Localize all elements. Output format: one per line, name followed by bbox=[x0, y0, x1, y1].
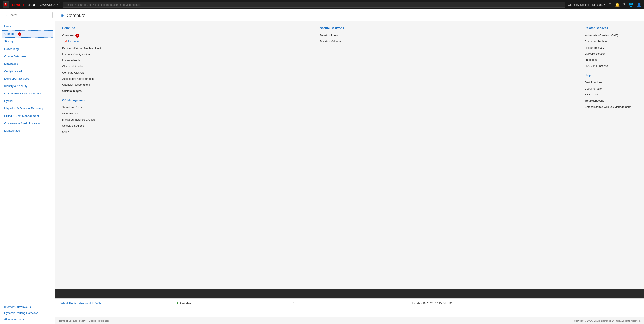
related-services-section: Related services Kubernetes Clusters (OK… bbox=[584, 27, 637, 69]
mega-link-desktop-pools[interactable]: Desktop Pools bbox=[320, 33, 571, 39]
cloud-classic-button[interactable]: Cloud Classic > bbox=[38, 2, 60, 7]
sidebar-item-governance[interactable]: Governance & Administration bbox=[0, 120, 55, 127]
sidebar-item-hybrid[interactable]: Hybrid bbox=[0, 97, 55, 105]
route-table-link[interactable]: Default Route Table for HUB-VCN bbox=[60, 302, 172, 305]
footer-links: Terms of Use and Privacy Cookie Preferen… bbox=[59, 319, 110, 322]
region-label: Germany Central (Frankfurt) bbox=[568, 3, 603, 7]
sidebar-item-home[interactable]: Home bbox=[0, 23, 55, 30]
cookie-link[interactable]: Cookie Preferences bbox=[89, 319, 110, 322]
sidebar: Home Compute 2 Storage Networking Oracle… bbox=[0, 9, 55, 324]
related-help-column: Related services Kubernetes Clusters (OK… bbox=[578, 27, 637, 135]
cloud-text: Cloud bbox=[26, 3, 35, 7]
region-chevron-icon: ▾ bbox=[604, 3, 605, 7]
sidebar-item-billing[interactable]: Billing & Cost Management bbox=[0, 112, 55, 120]
mega-link-software-sources[interactable]: Software Sources bbox=[62, 123, 313, 129]
status-label: Available bbox=[180, 302, 191, 305]
secure-desktops-column: Secure Desktops Desktop Pools Desktop Vo… bbox=[320, 27, 578, 135]
os-management-section: OS Management Scheduled Jobs Work Reques… bbox=[62, 99, 313, 135]
help-icon[interactable]: ? bbox=[623, 3, 625, 7]
mega-link-troubleshooting[interactable]: Troubleshooting bbox=[584, 98, 637, 104]
mega-link-custom-images[interactable]: Custom Images bbox=[62, 88, 313, 94]
mega-link-overview[interactable]: Overview 3 bbox=[62, 33, 313, 39]
mega-link-pre-built-functions[interactable]: Pre-Built Functions bbox=[584, 63, 637, 69]
overview-label: Overview bbox=[62, 34, 74, 37]
sidebar-search-input[interactable] bbox=[2, 12, 52, 18]
mega-link-instance-configurations[interactable]: Instance Configurations bbox=[62, 51, 313, 57]
dark-strip bbox=[55, 289, 644, 298]
sidebar-item-databases[interactable]: Databases bbox=[0, 60, 55, 68]
sidebar-item-attachments[interactable]: Attachments (1) bbox=[0, 316, 55, 322]
mega-link-documentation[interactable]: Documentation bbox=[584, 86, 637, 92]
navbar: ✕ 1 ORACLE Cloud Cloud Classic > Germany… bbox=[0, 0, 644, 9]
badge-1: 1 bbox=[4, 3, 7, 6]
badge-3: 3 bbox=[76, 34, 79, 38]
mega-link-getting-started[interactable]: Getting Started with OS Management bbox=[584, 104, 637, 110]
sidebar-item-compute-label: Compute bbox=[4, 32, 16, 35]
sidebar-item-migration[interactable]: Migration & Disaster Recovery bbox=[0, 105, 55, 112]
count-cell: 1 bbox=[294, 302, 406, 305]
mega-link-scheduled-jobs[interactable]: Scheduled Jobs bbox=[62, 104, 313, 111]
table-row: Default Route Table for HUB-VCN Availabl… bbox=[55, 299, 644, 308]
sidebar-badge-2: 2 bbox=[18, 33, 21, 36]
sidebar-item-dynamic-routing[interactable]: Dynamic Routing Gateways bbox=[0, 310, 55, 316]
help-title: Help bbox=[584, 74, 637, 77]
footer: Terms of Use and Privacy Cookie Preferen… bbox=[55, 317, 644, 324]
compute-section-title: Compute bbox=[62, 27, 313, 30]
terms-link[interactable]: Terms of Use and Privacy bbox=[59, 319, 86, 322]
sidebar-item-observability[interactable]: Observability & Management bbox=[0, 90, 55, 97]
actions-cell[interactable]: ⋮ bbox=[527, 301, 640, 305]
mega-link-functions[interactable]: Functions bbox=[584, 57, 637, 63]
mega-link-container-registry[interactable]: Container Registry bbox=[584, 39, 637, 45]
mega-link-capacity-reservations[interactable]: Capacity Reservations bbox=[62, 82, 313, 88]
mega-link-autoscaling[interactable]: Autoscaling Configurations bbox=[62, 76, 313, 82]
sidebar-item-analytics-ai[interactable]: Analytics & AI bbox=[0, 68, 55, 75]
region-selector[interactable]: Germany Central (Frankfurt) ▾ bbox=[568, 3, 605, 7]
mega-link-managed-instance-groups[interactable]: Managed Instance Groups bbox=[62, 117, 313, 123]
user-icon[interactable]: 👤 bbox=[637, 2, 642, 7]
sidebar-item-internet-gateways[interactable]: Internet Gateways (1) bbox=[0, 304, 55, 310]
close-button-wrap: ✕ 1 bbox=[2, 1, 9, 8]
os-management-title: OS Management bbox=[62, 99, 313, 102]
copyright-text: Copyright © 2024, Oracle and/or its affi… bbox=[574, 319, 640, 322]
mega-link-cves[interactable]: CVEs bbox=[62, 129, 313, 135]
sidebar-search-box bbox=[0, 9, 55, 21]
secure-desktops-title: Secure Desktops bbox=[320, 27, 571, 30]
mega-link-instances[interactable]: 📌 Instances bbox=[62, 39, 313, 45]
content-area: ⚙ Compute Compute Overview 3 📌 Instances… bbox=[55, 9, 644, 324]
mega-link-kubernetes[interactable]: Kubernetes Clusters (OKE) bbox=[584, 33, 637, 39]
mega-link-instance-pools[interactable]: Instance Pools bbox=[62, 57, 313, 64]
mega-link-best-practices[interactable]: Best Practices bbox=[584, 80, 637, 86]
main-layout: Home Compute 2 Storage Networking Oracle… bbox=[0, 9, 644, 324]
mega-link-dedicated-vm-hosts[interactable]: Dedicated Virtual Machine Hosts bbox=[62, 45, 313, 51]
mega-link-desktop-volumes[interactable]: Desktop Volumes bbox=[320, 39, 571, 45]
sidebar-item-networking[interactable]: Networking bbox=[0, 45, 55, 53]
sidebar-item-developer-services[interactable]: Developer Services bbox=[0, 75, 55, 83]
mega-link-vmware-solution[interactable]: VMware Solution bbox=[584, 51, 637, 57]
global-search-input[interactable] bbox=[62, 2, 565, 8]
mega-link-compute-clusters[interactable]: Compute Clusters bbox=[62, 70, 313, 76]
oracle-text: ORACLE bbox=[12, 3, 25, 7]
sidebar-item-identity-security[interactable]: Identity & Security bbox=[0, 83, 55, 90]
status-cell: Available bbox=[176, 302, 289, 305]
status-dot-available bbox=[176, 302, 178, 304]
instances-label: Instances bbox=[68, 40, 80, 44]
terminal-icon[interactable]: ⊡ bbox=[608, 2, 612, 7]
sidebar-item-marketplace[interactable]: Marketplace bbox=[0, 127, 55, 135]
related-services-title: Related services bbox=[584, 27, 637, 30]
globe-icon[interactable]: 🌐 bbox=[629, 2, 633, 7]
compute-column: Compute Overview 3 📌 Instances Dedicated… bbox=[62, 27, 320, 135]
bell-icon[interactable]: 🔔 bbox=[615, 2, 620, 7]
navbar-right: Germany Central (Frankfurt) ▾ ⊡ 🔔 ? 🌐 👤 bbox=[568, 2, 642, 7]
help-section: Help Best Practices Documentation REST A… bbox=[584, 74, 637, 110]
sidebar-item-compute[interactable]: Compute 2 bbox=[2, 31, 54, 38]
mega-link-artifact-registry[interactable]: Artifact Registry bbox=[584, 45, 637, 51]
compute-icon: ⚙ bbox=[60, 13, 64, 18]
mega-link-cluster-networks[interactable]: Cluster Networks bbox=[62, 64, 313, 70]
page-title: Compute bbox=[66, 13, 86, 18]
mega-link-work-requests[interactable]: Work Requests bbox=[62, 111, 313, 117]
sidebar-item-oracle-database[interactable]: Oracle Database bbox=[0, 53, 55, 60]
timestamp-cell: Thu, May 16, 2024, 07:15:04 UTC bbox=[410, 302, 523, 305]
sidebar-item-storage[interactable]: Storage bbox=[0, 38, 55, 45]
page-header: ⚙ Compute bbox=[55, 9, 644, 22]
mega-link-rest-apis[interactable]: REST APIs bbox=[584, 92, 637, 98]
